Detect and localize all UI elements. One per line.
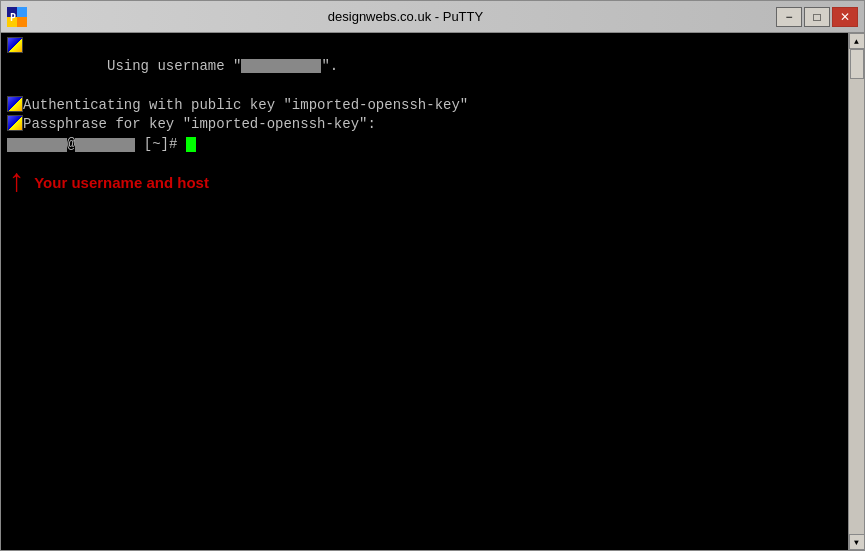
putty-line-icon-1	[7, 37, 23, 53]
window-body: Using username " ". Authenticating with …	[1, 33, 864, 550]
redacted-prompt-host	[75, 138, 135, 152]
scroll-up-button[interactable]: ▲	[849, 33, 865, 49]
term-line3-text: Passphrase for key "imported-openssh-key…	[23, 115, 376, 135]
svg-rect-2	[17, 17, 27, 27]
annotation-area: ↑ Your username and host	[7, 167, 842, 199]
term-line2-text: Authenticating with public key "imported…	[23, 96, 468, 116]
svg-rect-3	[17, 7, 27, 17]
prompt-at: @	[67, 135, 75, 155]
terminal-prompt-line: @ [~] #	[7, 135, 842, 155]
svg-text:P: P	[10, 12, 16, 23]
putty-window: P designwebs.co.uk - PuTTY − □ ✕ Using u…	[0, 0, 865, 551]
scroll-thumb[interactable]	[850, 49, 864, 79]
redacted-prompt-user	[7, 138, 67, 152]
maximize-button[interactable]: □	[804, 7, 830, 27]
prompt-tilde-bracket: [~]	[144, 135, 169, 155]
redacted-username	[241, 59, 321, 73]
window-controls: − □ ✕	[776, 7, 858, 27]
scroll-down-button[interactable]: ▼	[849, 534, 865, 550]
term-line1-text: Using username " ".	[23, 37, 338, 96]
window-title: designwebs.co.uk - PuTTY	[35, 9, 776, 24]
prompt-space	[177, 135, 185, 155]
close-button[interactable]: ✕	[832, 7, 858, 27]
terminal-line-1: Using username " ".	[7, 37, 842, 96]
title-bar: P designwebs.co.uk - PuTTY − □ ✕	[1, 1, 864, 33]
terminal-line-2: Authenticating with public key "imported…	[7, 96, 842, 116]
red-arrow-icon: ↑	[7, 167, 26, 199]
scroll-track	[849, 49, 864, 534]
terminal-area[interactable]: Using username " ". Authenticating with …	[1, 33, 848, 550]
prompt-hash: #	[169, 135, 177, 155]
annotation-text: Your username and host	[34, 174, 209, 191]
minimize-button[interactable]: −	[776, 7, 802, 27]
scrollbar[interactable]: ▲ ▼	[848, 33, 864, 550]
putty-line-icon-3	[7, 115, 23, 131]
putty-line-icon-2	[7, 96, 23, 112]
putty-app-icon: P	[7, 7, 27, 27]
terminal-cursor	[186, 137, 196, 152]
terminal-line-3: Passphrase for key "imported-openssh-key…	[7, 115, 842, 135]
prompt-bracket	[135, 135, 143, 155]
